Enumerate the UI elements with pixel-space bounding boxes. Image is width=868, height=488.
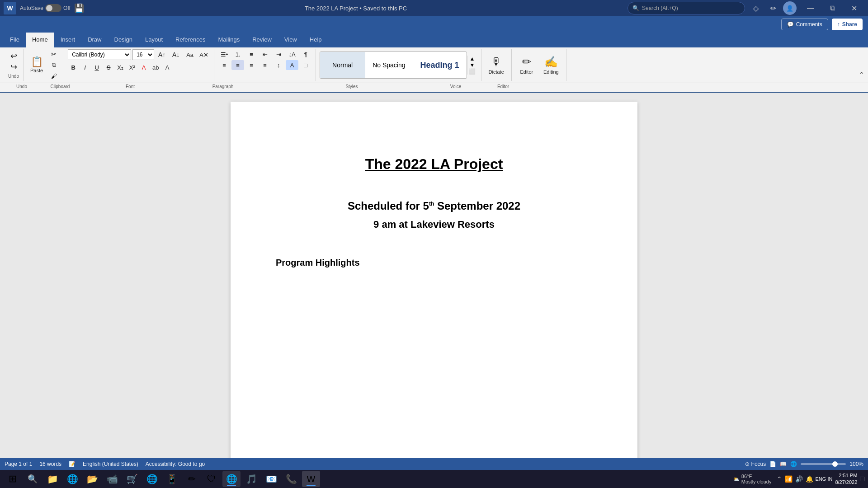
network-icon[interactable]: 📶 <box>785 475 793 483</box>
taskbar-antivirus[interactable]: 🛡 <box>203 471 221 487</box>
line-spacing-btn[interactable]: ↕ <box>272 60 285 70</box>
cut-button[interactable]: ✂ <box>47 49 60 59</box>
restore-button[interactable]: ⧉ <box>822 1 843 15</box>
font-name-select[interactable]: Calibri (Body) <box>68 49 131 60</box>
taskbar-teams[interactable]: 📹 <box>103 471 121 487</box>
bold-button[interactable]: B <box>68 62 79 72</box>
taskbar-office[interactable]: 📱 <box>163 471 181 487</box>
tab-help[interactable]: Help <box>303 33 328 47</box>
notification-icon[interactable]: 🔔 <box>806 475 813 483</box>
document-section-heading[interactable]: Program Highlights <box>276 258 592 268</box>
notes-icon[interactable]: 📝 <box>69 461 75 467</box>
web-view-btn[interactable]: 🌐 <box>790 461 797 467</box>
document-area[interactable]: The 2022 LA Project Scheduled for 5th Se… <box>0 93 868 488</box>
language-indicator[interactable]: English (United States) <box>83 461 138 467</box>
taskbar-explorer2[interactable]: 📂 <box>83 471 101 487</box>
taskbar-onenote[interactable]: ✏ <box>183 471 201 487</box>
align-right-btn[interactable]: ≡ <box>245 60 258 70</box>
designer-icon-btn[interactable]: ◇ <box>749 2 763 14</box>
focus-btn[interactable]: ⊙ Focus <box>745 461 766 467</box>
user-avatar[interactable]: 👤 <box>783 1 797 15</box>
highlight-btn[interactable]: ab <box>150 62 161 72</box>
styles-more-btn[interactable]: ⬜ <box>467 68 477 75</box>
superscript-button[interactable]: X² <box>127 62 137 72</box>
taskbar-fileexplorer[interactable]: 📁 <box>43 471 61 487</box>
tab-draw[interactable]: Draw <box>81 33 108 47</box>
copy-button[interactable]: ⧉ <box>47 60 60 70</box>
text-effect-btn[interactable]: A <box>162 62 173 72</box>
word-count[interactable]: 16 words <box>39 461 61 467</box>
multilevel-list-btn[interactable]: ≡ <box>245 49 258 59</box>
tab-layout[interactable]: Layout <box>139 33 169 47</box>
editor-button[interactable]: ✏ Editor <box>515 50 538 80</box>
start-button[interactable]: ⊞ <box>4 472 22 486</box>
increase-indent-btn[interactable]: ⇥ <box>272 49 285 59</box>
bullets-btn[interactable]: ☰• <box>218 49 231 59</box>
sort-btn[interactable]: ↕A <box>286 49 298 59</box>
autosave-toggle[interactable] <box>45 4 61 12</box>
document-title-text[interactable]: The 2022 LA Project <box>276 156 592 173</box>
tab-design[interactable]: Design <box>108 33 139 47</box>
decrease-indent-btn[interactable]: ⇤ <box>259 49 271 59</box>
tab-file[interactable]: File <box>4 33 26 47</box>
clear-format-btn[interactable]: A✕ <box>198 50 210 60</box>
change-case-btn[interactable]: Aa <box>184 50 196 60</box>
subscript-button[interactable]: X₂ <box>115 62 126 72</box>
tab-insert[interactable]: Insert <box>54 33 82 47</box>
borders-btn[interactable]: □ <box>299 60 312 70</box>
italic-button[interactable]: I <box>80 62 90 72</box>
format-painter-button[interactable]: 🖌 <box>47 71 60 81</box>
taskbar-word[interactable]: W <box>302 471 320 487</box>
taskbar-outlook[interactable]: 📧 <box>262 471 280 487</box>
document-line2[interactable]: 9 am at Lakeview Resorts <box>276 219 592 230</box>
strikethrough-button[interactable]: S <box>103 62 114 72</box>
pen-icon-btn[interactable]: ✏ <box>766 2 780 14</box>
taskbar-edge[interactable]: 🌐 <box>63 471 81 487</box>
font-color-btn[interactable]: A <box>138 62 149 72</box>
tab-review[interactable]: Review <box>246 33 278 47</box>
read-mode-btn[interactable]: 📖 <box>780 461 787 467</box>
styles-scroll-up[interactable]: ▲ <box>467 56 477 62</box>
shading-btn[interactable]: A <box>286 60 298 70</box>
chevron-up-icon[interactable]: ⌃ <box>777 475 782 483</box>
taskbar-browser[interactable]: 🌐 <box>143 471 161 487</box>
system-clock[interactable]: 2:51 PM 8/27/2022 <box>835 472 857 486</box>
volume-icon[interactable]: 🔊 <box>795 475 803 483</box>
style-normal[interactable]: Normal <box>320 52 365 78</box>
dictate-button[interactable]: 🎙 Dictate <box>485 50 508 80</box>
show-formatting-btn[interactable]: ¶ <box>299 49 312 59</box>
undo-button[interactable]: ↩ <box>7 51 20 61</box>
tab-view[interactable]: View <box>278 33 303 47</box>
paste-button[interactable]: 📋 Paste <box>28 50 46 80</box>
print-layout-btn[interactable]: 📄 <box>769 461 776 467</box>
minimize-button[interactable]: — <box>800 1 821 15</box>
numbering-btn[interactable]: 1. <box>231 49 244 59</box>
style-heading1[interactable]: Heading 1 <box>413 52 467 78</box>
taskbar-whatsapp[interactable]: 📞 <box>282 471 300 487</box>
styles-scroll-down[interactable]: ▼ <box>467 62 477 68</box>
save-icon[interactable]: 💾 <box>74 3 84 13</box>
underline-button[interactable]: U <box>91 62 102 72</box>
document-subtitle[interactable]: Scheduled for 5th September 2022 <box>276 200 592 212</box>
search-bar[interactable]: 🔍 Search (Alt+Q) <box>627 2 745 14</box>
redo-button[interactable]: ↪ <box>7 62 20 72</box>
share-button[interactable]: ↑ Share <box>832 19 863 30</box>
tab-references[interactable]: References <box>169 33 212 47</box>
style-no-spacing[interactable]: No Spacing <box>365 52 413 78</box>
page-info[interactable]: Page 1 of 1 <box>5 461 32 467</box>
notification-center-icon[interactable]: □ <box>860 475 864 483</box>
accessibility-status[interactable]: Accessibility: Good to go <box>146 461 205 467</box>
close-button[interactable]: ✕ <box>844 1 864 15</box>
zoom-slider[interactable] <box>801 463 846 465</box>
taskbar-search-btn[interactable]: 🔍 <box>24 472 42 486</box>
increase-font-btn[interactable]: A↑ <box>156 50 168 60</box>
language-badge[interactable]: ENG IN <box>815 476 832 482</box>
comments-button[interactable]: 💬 Comments <box>781 19 828 30</box>
taskbar-store[interactable]: 🛒 <box>123 471 141 487</box>
editing-mode-button[interactable]: ✍ Editing <box>540 50 562 80</box>
taskbar-spotify[interactable]: 🎵 <box>242 471 260 487</box>
collapse-ribbon-btn[interactable]: ⌃ <box>859 49 864 81</box>
justify-btn[interactable]: ≡ <box>259 60 271 70</box>
font-size-select[interactable]: 16 <box>132 49 154 60</box>
align-center-btn[interactable]: ≡ <box>231 60 244 70</box>
